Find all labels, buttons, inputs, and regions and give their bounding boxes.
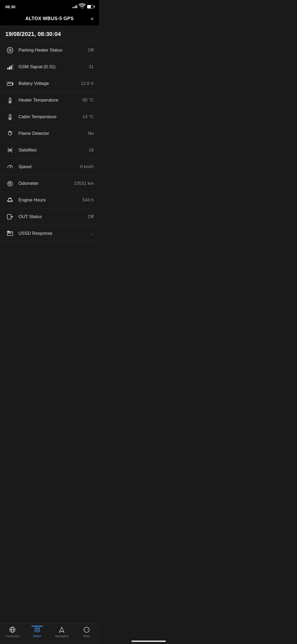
svg-point-13: [10, 101, 11, 103]
satellites-icon: [5, 147, 15, 154]
status-icons: [72, 3, 94, 11]
row-speed: Speed 0 km/h: [0, 159, 99, 175]
speed-value: 0 km/h: [80, 164, 94, 169]
row-battery-voltage: Battery Voltage 12.6 V: [0, 75, 99, 92]
flame-detector-value: No: [88, 131, 94, 136]
engine-hours-value: 543 h: [82, 197, 94, 203]
battery-voltage-label: Battery Voltage: [18, 81, 77, 86]
engine-hours-label: Engine Hours: [18, 197, 79, 203]
odometer-value: 23531 km: [74, 181, 94, 186]
parking-heater-value: Off: [88, 48, 94, 53]
odometer-icon: [5, 180, 15, 187]
gsm-signal-icon: [5, 63, 15, 70]
cabin-temp-icon: [5, 113, 15, 120]
row-out-status: OUT Status Off: [0, 209, 99, 225]
status-time: 08:30: [5, 4, 15, 9]
gsm-signal-label: GSM Signal (0-31): [18, 64, 85, 70]
ussd-response-chevron: ⌄: [90, 231, 94, 236]
svg-rect-33: [7, 214, 11, 219]
cabin-temperature-label: Cabin Temperature: [18, 114, 79, 119]
signal-bars-icon: [72, 5, 77, 8]
gsm-signal-value: 31: [89, 64, 94, 70]
svg-line-20: [11, 151, 12, 152]
row-flame-detector: Flame Detector No: [0, 125, 99, 142]
svg-rect-7: [12, 64, 13, 70]
out-status-icon: [5, 213, 15, 220]
battery-volt-icon: [5, 80, 15, 87]
svg-line-22: [11, 148, 12, 150]
row-cabin-temperature: Cabin Temperature 14 °C: [0, 109, 99, 125]
parking-heater-label: Parking Heater Status: [18, 48, 84, 53]
page-title: ALTOX WBUS-5 GPS: [25, 16, 74, 21]
speed-icon: [5, 163, 15, 170]
svg-point-27: [10, 167, 11, 168]
wifi-icon: [79, 3, 86, 11]
close-button[interactable]: ×: [91, 16, 94, 22]
heater-temperature-value: 90 °C: [82, 98, 94, 103]
svg-point-23: [9, 149, 11, 151]
out-status-label: OUT Status: [18, 214, 84, 219]
timestamp-bar: 19/08/2021, 08:30:04: [0, 26, 99, 42]
flame-detector-label: Flame Detector: [18, 131, 84, 136]
header: ALTOX WBUS-5 GPS ×: [0, 12, 99, 26]
row-satellites: Satellites 16: [0, 142, 99, 159]
svg-line-19: [8, 148, 10, 150]
svg-rect-4: [7, 68, 8, 70]
heater-temperature-label: Heater Temperature: [18, 98, 79, 103]
list-icon: [5, 47, 15, 54]
svg-point-29: [9, 183, 11, 185]
content-area: 19/08/2021, 08:30:04 Parking Heater Stat…: [0, 26, 99, 266]
flame-detector-icon: [5, 130, 15, 137]
row-engine-hours: Engine Hours 543 h: [0, 192, 99, 209]
svg-line-21: [8, 151, 10, 152]
engine-hours-icon: [5, 197, 15, 204]
ussd-response-icon: [5, 230, 15, 237]
satellites-label: Satellites: [18, 148, 85, 153]
out-status-value: Off: [88, 214, 94, 219]
timestamp-value: 19/08/2021, 08:30:04: [5, 31, 61, 37]
svg-line-31: [8, 183, 9, 183]
battery-voltage-value: 12.6 V: [81, 81, 94, 86]
row-parking-heater-status: Parking Heater Status Off: [0, 42, 99, 59]
row-gsm-signal: GSM Signal (0-31) 31: [0, 59, 99, 75]
svg-rect-6: [11, 66, 12, 70]
satellites-value: 16: [89, 148, 94, 153]
svg-rect-5: [9, 67, 10, 70]
battery-level-icon: [87, 5, 94, 8]
row-odometer: Odometer 23531 km: [0, 175, 99, 192]
odometer-label: Odometer: [18, 181, 70, 186]
heater-temp-icon: [5, 97, 15, 104]
svg-rect-8: [7, 82, 12, 85]
status-bar: 08:30: [0, 0, 99, 12]
cabin-temperature-value: 14 °C: [82, 114, 94, 119]
data-list: Parking Heater Status Off GSM Signal (0-…: [0, 42, 99, 242]
ussd-response-label: USSD Response: [18, 231, 87, 236]
row-heater-temperature: Heater Temperature 90 °C: [0, 92, 99, 109]
svg-point-16: [10, 118, 11, 119]
row-ussd-response[interactable]: USSD Response ⌄: [0, 225, 99, 242]
speed-label: Speed: [18, 164, 77, 169]
